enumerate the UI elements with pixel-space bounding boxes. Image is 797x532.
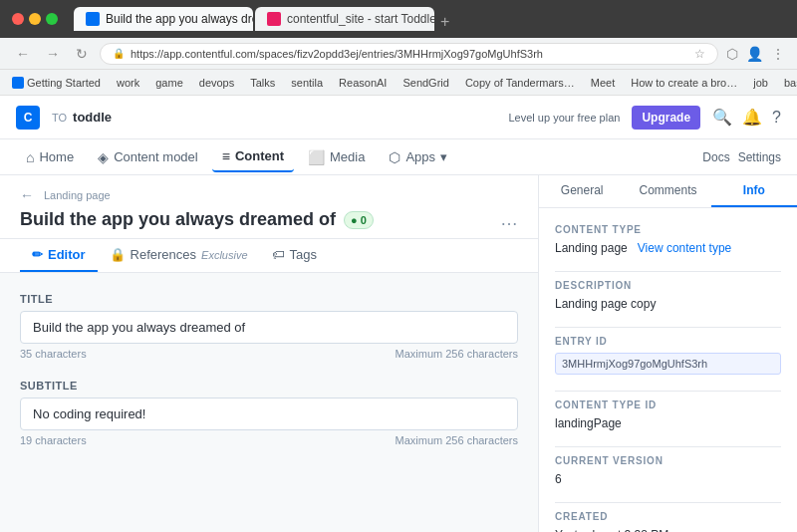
contentful-logo[interactable]: C bbox=[16, 106, 40, 130]
browser-chrome: Build the app you always drea… ✕ content… bbox=[0, 0, 797, 38]
profile-icon[interactable]: 👤 bbox=[746, 46, 763, 62]
created-value: Yesterday at 2:38 PM bbox=[555, 528, 781, 532]
nav-label-apps: Apps bbox=[405, 149, 435, 164]
subtitle-input[interactable] bbox=[20, 398, 518, 430]
back-arrow-icon[interactable]: ← bbox=[20, 187, 34, 203]
nav-label-content-model: Content model bbox=[114, 149, 198, 164]
tag-icon: 🏷 bbox=[272, 247, 285, 262]
nav-item-content-model[interactable]: ◈ Content model bbox=[88, 143, 208, 171]
reload-button[interactable]: ↻ bbox=[72, 44, 92, 64]
app-header: C TO toddle Level up your free plan Upgr… bbox=[0, 96, 797, 139]
search-icon[interactable]: 🔍 bbox=[712, 108, 732, 127]
bookmark-basic[interactable]: basic bbox=[780, 75, 797, 91]
sidebar-content: CONTENT TYPE Landing page View content t… bbox=[539, 208, 797, 532]
browser-tab-2[interactable]: contentful_site - start Toddle -… ✕ bbox=[255, 7, 434, 31]
description-value: Landing page copy bbox=[555, 297, 781, 311]
logo-icon: C bbox=[16, 106, 40, 130]
browser-action-buttons: ⬡ 👤 ⋮ bbox=[726, 46, 785, 62]
editor-icon: ✏ bbox=[32, 247, 43, 262]
field-title-group: Title 35 characters Maximum 256 characte… bbox=[20, 293, 518, 360]
close-window-button[interactable] bbox=[12, 13, 24, 25]
nav-label-media: Media bbox=[330, 149, 365, 164]
bell-icon[interactable]: 🔔 bbox=[742, 108, 762, 127]
breadcrumb-text: Landing page bbox=[44, 189, 111, 201]
sidebar-section-content-type: CONTENT TYPE Landing page View content t… bbox=[555, 224, 781, 255]
breadcrumb: ← Landing page bbox=[20, 187, 518, 203]
form-area: Title 35 characters Maximum 256 characte… bbox=[0, 273, 538, 486]
bookmark-reasonai[interactable]: ReasonAI bbox=[335, 75, 391, 91]
bookmark-work[interactable]: work bbox=[113, 75, 143, 91]
browser-tab-active[interactable]: Build the app you always drea… ✕ bbox=[74, 7, 253, 31]
bookmarks-bar: Getting Started work game devops Talks s… bbox=[0, 70, 797, 96]
nav-item-content[interactable]: ≡ Content bbox=[212, 142, 294, 172]
bookmark-game[interactable]: game bbox=[151, 75, 187, 91]
nav-docs-link[interactable]: Docs bbox=[702, 150, 729, 164]
bookmark-star-icon[interactable]: ☆ bbox=[694, 47, 705, 61]
sidebar-section-description: DESCRIPTION Landing page copy bbox=[555, 280, 781, 311]
page-header: ← Landing page Build the app you always … bbox=[0, 175, 538, 239]
sidebar-section-created: CREATED Yesterday at 2:38 PM bbox=[555, 511, 781, 532]
space-selector[interactable]: TO toddle bbox=[52, 110, 112, 125]
tab-references[interactable]: 🔒 References Exclusive bbox=[98, 239, 260, 272]
bookmark-sentila[interactable]: sentila bbox=[287, 75, 327, 91]
space-name: toddle bbox=[73, 110, 112, 125]
sidebar-tab-comments[interactable]: Comments bbox=[625, 175, 710, 207]
field-subtitle-group: Subtitle 19 characters Maximum 256 chara… bbox=[20, 380, 518, 446]
new-tab-button[interactable]: + bbox=[440, 13, 449, 31]
nav-item-home[interactable]: ⌂ Home bbox=[16, 143, 84, 171]
menu-icon[interactable]: ⋮ bbox=[771, 46, 785, 62]
bookmark-label: Getting Started bbox=[27, 77, 101, 89]
upgrade-button[interactable]: Upgrade bbox=[632, 106, 700, 130]
forward-button[interactable]: → bbox=[42, 44, 64, 64]
tab-favicon bbox=[86, 12, 100, 26]
bookmark-sendgrid[interactable]: SendGrid bbox=[398, 75, 452, 91]
sidebar-tab-info[interactable]: Info bbox=[711, 175, 797, 207]
nav-right: Docs Settings bbox=[702, 150, 781, 164]
upgrade-cta-text: Level up your free plan bbox=[508, 112, 620, 124]
nav-settings-link[interactable]: Settings bbox=[738, 150, 781, 164]
nav-item-apps[interactable]: ⬡ Apps ▾ bbox=[379, 143, 457, 171]
content-type-value: Landing page View content type bbox=[555, 241, 781, 255]
view-content-type-link[interactable]: View content type bbox=[638, 241, 732, 255]
title-input[interactable] bbox=[20, 311, 518, 344]
home-icon: ⌂ bbox=[26, 149, 34, 165]
bookmark-job[interactable]: job bbox=[749, 75, 772, 91]
bookmark-meet[interactable]: Meet bbox=[587, 75, 619, 91]
tab-tags[interactable]: 🏷 Tags bbox=[260, 239, 329, 272]
lock-tab-icon: 🔒 bbox=[110, 247, 126, 262]
page-title-row: Build the app you always dreamed of ● 0 … bbox=[20, 209, 518, 230]
references-suffix: Exclusive bbox=[201, 249, 247, 261]
bookmark-how-to[interactable]: How to create a bro… bbox=[627, 75, 741, 91]
kebab-menu-button[interactable]: … bbox=[500, 209, 518, 230]
entry-id-label: ENTRY ID bbox=[555, 336, 781, 347]
tab-label-2: contentful_site - start Toddle -… bbox=[287, 12, 434, 26]
maximize-window-button[interactable] bbox=[46, 13, 58, 25]
content-type-id-label: CONTENT TYPE ID bbox=[555, 399, 781, 410]
apps-icon: ⬡ bbox=[389, 149, 400, 165]
bookmark-devops[interactable]: devops bbox=[195, 75, 238, 91]
bookmark-getting-started[interactable]: Getting Started bbox=[8, 75, 105, 91]
tab-tags-label: Tags bbox=[290, 247, 317, 262]
divider-3 bbox=[555, 391, 781, 392]
bookmark-talks[interactable]: Talks bbox=[246, 75, 279, 91]
sidebar-tab-general[interactable]: General bbox=[539, 175, 625, 207]
tab-label: Build the app you always drea… bbox=[106, 12, 253, 26]
minimize-window-button[interactable] bbox=[29, 13, 41, 25]
content-icon: ≡ bbox=[222, 148, 230, 164]
entry-id-value[interactable]: 3MHHrmjXog97goMgUhfS3rh bbox=[555, 353, 781, 375]
browser-window-controls bbox=[12, 13, 58, 25]
app-nav: ⌂ Home ◈ Content model ≡ Content ⬜ Media… bbox=[0, 139, 797, 175]
sidebar-section-version: CURRENT VERSION 6 bbox=[555, 455, 781, 486]
help-icon[interactable]: ? bbox=[772, 109, 781, 127]
header-icons: 🔍 🔔 ? bbox=[712, 108, 781, 127]
bookmark-tandermars[interactable]: Copy of Tandermars… bbox=[461, 75, 579, 91]
url-bar[interactable]: 🔒 https://app.contentful.com/spaces/fizv… bbox=[100, 43, 718, 65]
tab-favicon-2 bbox=[267, 12, 281, 26]
sidebar-section-content-type-id: CONTENT TYPE ID landingPage bbox=[555, 399, 781, 430]
back-button[interactable]: ← bbox=[12, 44, 34, 64]
nav-item-media[interactable]: ⬜ Media bbox=[298, 143, 375, 171]
bookmark-favicon bbox=[12, 77, 24, 89]
extensions-icon[interactable]: ⬡ bbox=[726, 46, 738, 62]
content-type-name: Landing page bbox=[555, 241, 628, 255]
tab-editor[interactable]: ✏ Editor bbox=[20, 239, 98, 272]
